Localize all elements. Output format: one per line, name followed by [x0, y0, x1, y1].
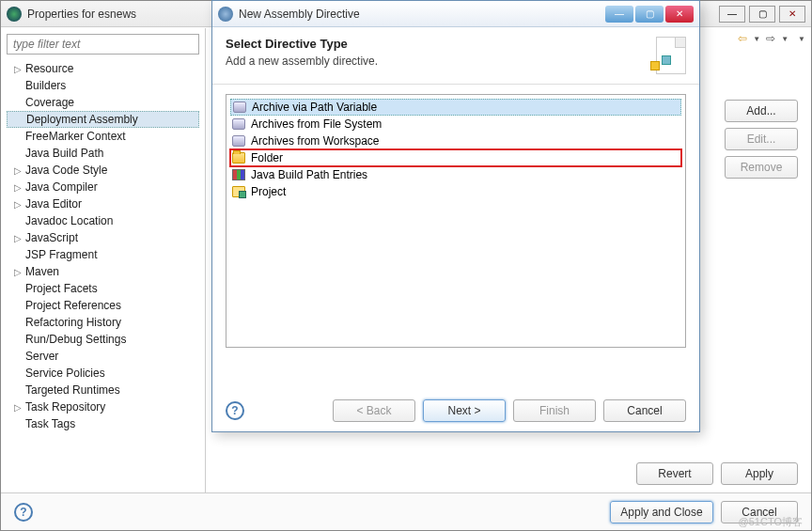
help-icon[interactable]: ?: [14, 503, 33, 522]
directive-project[interactable]: Project: [230, 183, 681, 200]
tree-item-label: Server: [25, 350, 58, 363]
tree-item-freemarker-context[interactable]: ▷FreeMarker Context: [7, 128, 199, 145]
apply-button[interactable]: Apply: [721, 462, 798, 485]
finish-button: Finish: [513, 399, 596, 422]
window-controls: — ▢ ✕: [719, 6, 805, 23]
expand-arrow-icon: ▷: [14, 233, 25, 243]
minimize-button[interactable]: —: [719, 6, 745, 23]
tree-item-label: Refactoring History: [25, 316, 121, 329]
expand-arrow-icon: ▷: [14, 199, 25, 210]
dialog-header: Select Directive Type Add a new assembly…: [212, 27, 699, 85]
expand-arrow-icon: ▷: [14, 64, 25, 74]
new-assembly-directive-dialog: New Assembly Directive — ▢ ✕ Select Dire…: [211, 0, 700, 432]
tree-item-javascript[interactable]: ▷JavaScript: [7, 229, 199, 246]
expand-arrow-icon: ▷: [14, 402, 25, 413]
filter-input[interactable]: [7, 34, 199, 55]
tree-item-builders[interactable]: ▷Builders: [7, 77, 199, 94]
dialog-close-button[interactable]: ✕: [665, 6, 694, 23]
tree-item-label: Maven: [25, 265, 59, 278]
edit-button: Edit...: [725, 128, 798, 150]
directive-java-build-path-entries[interactable]: Java Build Path Entries: [230, 166, 681, 183]
directive-label: Archives from Workspace: [251, 134, 379, 148]
tree-item-label: Project Facets: [25, 282, 98, 295]
tree-item-maven[interactable]: ▷Maven: [7, 263, 199, 280]
eclipse-icon: [7, 7, 22, 22]
dialog-window-controls: — ▢ ✕: [605, 6, 694, 23]
tree-item-service-policies[interactable]: ▷Service Policies: [7, 365, 199, 382]
close-button[interactable]: ✕: [779, 6, 805, 23]
tree-item-label: Targeted Runtimes: [25, 383, 120, 397]
wizard-banner-icon: [648, 37, 686, 74]
nav-back-icon[interactable]: ⇦: [738, 32, 747, 45]
tree-item-label: Coverage: [25, 96, 74, 109]
directive-folder[interactable]: Folder: [230, 149, 681, 166]
books-icon: [232, 169, 245, 180]
dialog-minimize-button[interactable]: —: [605, 6, 633, 23]
tree-item-task-repository[interactable]: ▷Task Repository: [7, 398, 199, 415]
add-button[interactable]: Add...: [725, 100, 798, 122]
property-tree[interactable]: ▷Resource▷Builders▷Coverage▷Deployment A…: [7, 60, 199, 432]
maximize-button[interactable]: ▢: [749, 6, 775, 23]
tree-item-server[interactable]: ▷Server: [7, 348, 199, 365]
wizard-buttons: < Back Next > Finish Cancel: [333, 399, 686, 422]
tree-item-label: Javadoc Location: [25, 214, 113, 227]
nav-arrows: ⇦▼ ⇨▼ ▼: [738, 32, 805, 45]
directive-label: Java Build Path Entries: [251, 168, 367, 181]
tree-item-java-compiler[interactable]: ▷Java Compiler: [7, 179, 199, 195]
tree-item-java-build-path[interactable]: ▷Java Build Path: [7, 145, 199, 162]
expand-arrow-icon: ▷: [14, 267, 25, 277]
tree-item-java-code-style[interactable]: ▷Java Code Style: [7, 162, 199, 179]
eclipse-icon: [218, 7, 233, 22]
tree-item-label: Java Build Path: [25, 147, 103, 160]
tree-item-label: Task Repository: [25, 400, 105, 414]
tree-item-label: FreeMarker Context: [25, 130, 126, 143]
next-button[interactable]: Next >: [423, 399, 506, 422]
dialog-body: Archive via Path VariableArchives from F…: [212, 85, 699, 357]
nav-menu-icon[interactable]: ▼: [798, 35, 805, 43]
dialog-maximize-button[interactable]: ▢: [635, 6, 664, 23]
tree-item-jsp-fragment[interactable]: ▷JSP Fragment: [7, 246, 199, 263]
tree-item-javadoc-location[interactable]: ▷Javadoc Location: [7, 212, 199, 229]
proj-icon: [232, 186, 245, 197]
directive-archive-via-path-variable[interactable]: Archive via Path Variable: [230, 99, 681, 116]
tree-item-run-debug-settings[interactable]: ▷Run/Debug Settings: [7, 331, 199, 348]
tree-item-targeted-runtimes[interactable]: ▷Targeted Runtimes: [7, 382, 199, 398]
directive-type-list[interactable]: Archive via Path VariableArchives from F…: [226, 94, 686, 348]
jar-icon: [232, 118, 245, 130]
dialog-subtitle: Add a new assembly directive.: [226, 55, 378, 68]
jar-icon: [232, 135, 245, 147]
expand-arrow-icon: ▷: [14, 182, 25, 193]
tree-item-label: Run/Debug Settings: [25, 333, 126, 346]
dialog-cancel-button[interactable]: Cancel: [603, 399, 686, 422]
dialog-help-icon[interactable]: ?: [226, 401, 244, 420]
nav-forward-icon[interactable]: ⇨: [766, 32, 775, 45]
tree-item-coverage[interactable]: ▷Coverage: [7, 94, 199, 111]
remove-button: Remove: [725, 156, 798, 179]
tree-item-label: JSP Fragment: [25, 248, 97, 261]
tree-item-label: Java Compiler: [25, 180, 98, 194]
tree-item-label: Service Policies: [25, 367, 105, 380]
tree-item-resource[interactable]: ▷Resource: [7, 60, 199, 77]
dialog-titlebar[interactable]: New Assembly Directive — ▢ ✕: [212, 1, 699, 27]
revert-button[interactable]: Revert: [636, 462, 713, 485]
directive-archives-from-workspace[interactable]: Archives from Workspace: [230, 133, 681, 149]
tree-item-project-references[interactable]: ▷Project References: [7, 297, 199, 314]
assembly-buttons: Add... Edit... Remove: [725, 100, 798, 179]
tree-item-task-tags[interactable]: ▷Task Tags: [7, 415, 199, 432]
apply-close-button[interactable]: Apply and Close: [610, 501, 713, 523]
tree-item-deployment-assembly[interactable]: ▷Deployment Assembly: [7, 111, 199, 128]
tree-item-label: Builders: [25, 79, 66, 92]
tree-item-project-facets[interactable]: ▷Project Facets: [7, 280, 199, 297]
tree-item-refactoring-history[interactable]: ▷Refactoring History: [7, 314, 199, 331]
apply-revert-group: Revert Apply: [636, 462, 798, 485]
tree-item-java-editor[interactable]: ▷Java Editor: [7, 195, 199, 212]
directive-label: Folder: [251, 151, 283, 164]
tree-item-label: JavaScript: [25, 231, 78, 244]
dialog-heading: Select Directive Type: [226, 37, 378, 51]
directive-label: Project: [251, 185, 286, 198]
tree-item-label: Task Tags: [25, 417, 75, 430]
tree-item-label: Deployment Assembly: [26, 113, 138, 126]
directive-archives-from-file-system[interactable]: Archives from File System: [230, 116, 681, 133]
expand-arrow-icon: ▷: [14, 165, 25, 176]
back-button: < Back: [333, 399, 415, 422]
